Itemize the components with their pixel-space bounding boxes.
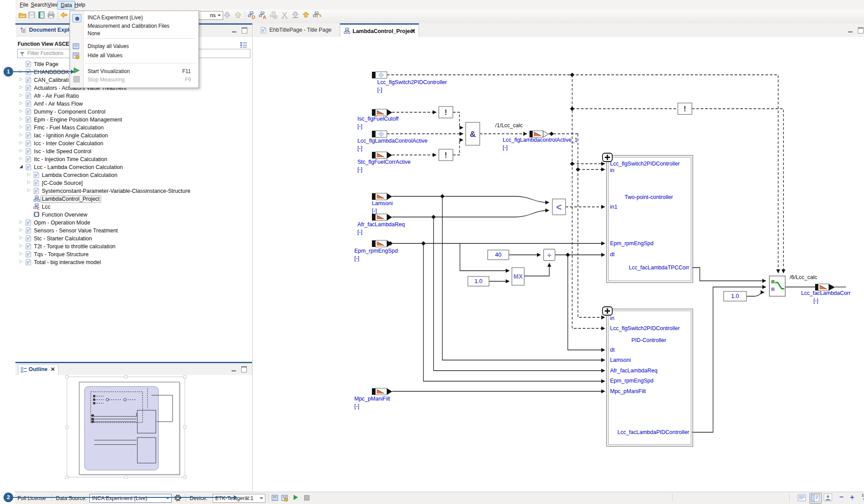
structure-a-icon[interactable]: A [259, 11, 268, 20]
device-select[interactable]: ETK-Testgerät:1 [213, 494, 265, 503]
tree-item[interactable]: ▷Tqs - Torque Structure [15, 250, 250, 258]
menu-item-none[interactable]: None [88, 30, 100, 37]
view-split-icon[interactable] [809, 493, 822, 504]
diagram-canvas[interactable]: ! ! ! & < ÷ MX 40 1.0 1.0 [253, 37, 864, 492]
port-unit: [-] [357, 229, 362, 235]
tree-item[interactable]: ▷[C-Code Source] [15, 179, 250, 187]
tree-item[interactable]: ▷Stc - Starter Calculation [15, 235, 250, 243]
maximize-icon[interactable] [242, 27, 247, 32]
tree-item[interactable]: cLcc [15, 203, 250, 211]
tree-item[interactable]: ▷Fmc - Fuel Mass Calculation [15, 124, 250, 132]
and-operator[interactable]: & [470, 129, 476, 139]
tree-item-label: CAN_Calibrati [34, 77, 69, 84]
tab-lambdacontrol-project[interactable]: LambdaControl_Project ✕ [340, 23, 419, 37]
not-operator[interactable]: ! [684, 105, 686, 113]
zoom-out-button[interactable]: − [839, 493, 844, 502]
tree-item-label: T2t - Torque to throttle calculation [34, 243, 115, 250]
save-icon[interactable] [28, 11, 37, 20]
outline-tab-title[interactable]: Outline [29, 366, 48, 372]
tree-item[interactable]: ▷Dummy - Component Control [15, 108, 250, 116]
not-operator[interactable]: ! [445, 151, 447, 159]
gear-icon[interactable] [174, 494, 182, 503]
port-unit: [-] [372, 208, 377, 214]
constant-40[interactable]: 40 [495, 251, 501, 258]
menu-item-display-all-values[interactable]: Display all Values [88, 43, 129, 49]
port-label[interactable]: Lcc_flgLambdaControlActive [357, 138, 427, 144]
constant-1.0[interactable]: 1.0 [474, 278, 482, 284]
port-label[interactable]: Mpc_pManiFilt [354, 396, 390, 402]
tree-item[interactable]: ▷Epm - Engine Position Management [15, 116, 250, 124]
view-user-icon[interactable] [824, 493, 834, 502]
hide-values-icon[interactable] [281, 494, 289, 503]
mux-operator[interactable]: MX [514, 273, 523, 280]
port-label[interactable]: Lamsoni [372, 200, 393, 206]
tree-item[interactable]: ▷Lambda Correction Calculation [15, 171, 250, 179]
outline-header: Outline ✕ [15, 363, 253, 375]
data-source-select[interactable]: INCA Experiment (Live) [89, 494, 172, 503]
expand-plus-icon[interactable] [603, 153, 612, 315]
tpc-output: Lcc_facLambdaTPCCorr [629, 265, 689, 271]
tree-item[interactable]: ▷Icc - Inter Cooler Calculation [15, 140, 250, 147]
back-icon[interactable] [60, 11, 69, 20]
tree-item[interactable]: ▷T2t - Torque to throttle calculation [15, 243, 250, 250]
close-icon[interactable]: ✕ [411, 28, 415, 34]
tree-item[interactable]: LambdaControl_Project [15, 195, 250, 203]
book-icon[interactable] [38, 11, 47, 20]
port-label[interactable]: Lcc_flgSwitch2PIDController [377, 79, 447, 85]
editor-maximize-icon[interactable] [858, 27, 864, 32]
move-down-icon[interactable] [224, 11, 232, 20]
tree-item[interactable]: ▷Isc - Idle Speed Control [15, 147, 250, 155]
not-operator[interactable]: ! [445, 109, 447, 116]
tab-ehbtitlepage[interactable]: EhbTitlePage - Title Page [257, 23, 340, 37]
menu-item-start-visualization[interactable]: Start Visualization [88, 68, 130, 74]
tree-item[interactable]: ▷Systemconstant-Parameter-Variable-Class… [15, 187, 250, 195]
display-values-icon[interactable]: ↑↓ [272, 494, 279, 503]
port-label[interactable]: Lcc_facLambdaCorr [801, 290, 851, 296]
less-operator[interactable]: < [556, 202, 562, 213]
menu-item-hide-all-values[interactable]: Hide all Values [88, 52, 122, 59]
pid-title[interactable]: PID-Controller [631, 337, 666, 343]
tree-item[interactable]: ▷Amf - Air Mass Flow [15, 100, 250, 108]
outline-maximize-icon[interactable] [241, 366, 247, 371]
menu-bar: File Search View Data Help [15, 0, 864, 10]
import-icon[interactable] [292, 11, 301, 20]
tree-item[interactable]: ▷Total - big interactive model [15, 258, 250, 266]
port-label[interactable]: Isc_flgFuelCutoff [357, 116, 399, 122]
constant-1.0[interactable]: 1.0 [731, 293, 739, 299]
open-icon[interactable] [18, 11, 27, 20]
menu-item-measurement-files[interactable]: Measurement and Calibration Files [88, 23, 169, 29]
tpc-title[interactable]: Two-point-controller [625, 194, 673, 200]
port-label[interactable]: Afr_facLambdaReq [357, 221, 405, 228]
menu-help[interactable]: Help [71, 1, 88, 9]
zoom-level[interactable]: 100 % [860, 493, 864, 502]
editor-minimize-icon[interactable] [848, 28, 853, 33]
outline-thumbnail[interactable] [15, 375, 252, 491]
view-menu-icon[interactable] [240, 41, 247, 49]
tree-item[interactable]: ▷Iac - Ignition Angle Calculation [15, 132, 250, 140]
port-label[interactable]: Epm_rpmEngSpd [354, 248, 398, 254]
div-operator[interactable]: ÷ [547, 251, 551, 259]
move-up-icon[interactable] [235, 11, 243, 20]
tree-item[interactable]: ◢Lcc - Lambda Correction Calculation [15, 163, 250, 171]
tree-item[interactable]: ▷Itc - Injection Time Calculation [15, 155, 250, 163]
outline-minimize-icon[interactable] [231, 367, 237, 372]
menu-item-inca-experiment[interactable]: INCA Experiment (Live) [88, 15, 143, 21]
tree-item[interactable]: ▷Sensors - Sensor Value Treatment [15, 227, 250, 235]
port-label[interactable]: Stc_flgFuelCorrActive [357, 159, 411, 165]
wire-label: /1/Lcc_calc [495, 122, 523, 129]
export-icon[interactable] [302, 11, 311, 20]
port-label[interactable]: Lcc_flgLambdacontrolActive_1 [503, 137, 577, 143]
start-measuring-icon[interactable] [294, 495, 298, 500]
tree-item[interactable]: Function Overview [15, 211, 250, 219]
structure-d-icon[interactable]: D [248, 11, 257, 20]
print-icon[interactable] [48, 11, 56, 20]
hide-values-icon [73, 52, 80, 61]
close-icon[interactable]: ✕ [51, 366, 55, 372]
tree-item[interactable]: ▷Opm - Operation Mode [15, 219, 250, 227]
minimize-icon[interactable] [232, 28, 237, 33]
port-unit: [-] [357, 166, 362, 173]
view-document-icon[interactable] [797, 493, 809, 503]
refresh-structure-icon[interactable] [313, 11, 322, 20]
zoom-in-button[interactable]: + [850, 493, 854, 502]
tree-item[interactable]: ▷Afr - Air Fuel Ratio [15, 92, 250, 100]
